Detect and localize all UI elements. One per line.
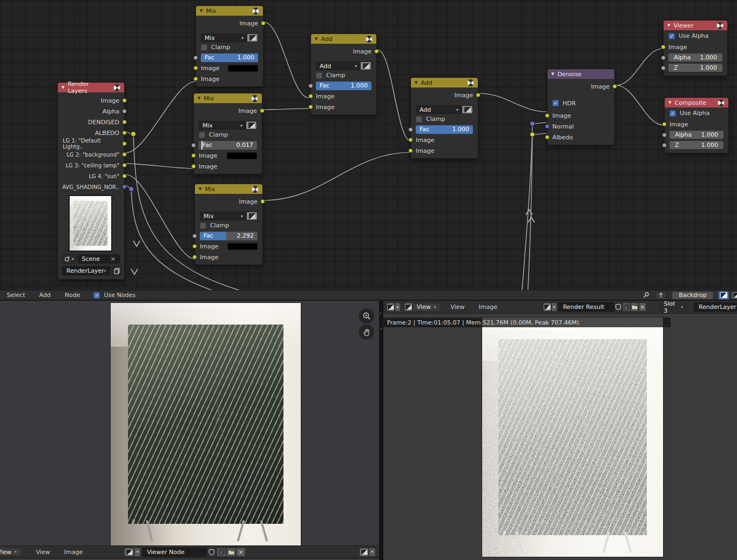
render-layer-dropdown[interactable]: RenderLayer ▾ <box>62 266 110 275</box>
open-image-folder-icon[interactable] <box>631 302 639 312</box>
fac-row[interactable]: Fac1.000 <box>411 124 478 134</box>
menu-add[interactable]: Add <box>32 292 57 299</box>
socket-image[interactable] <box>122 98 127 103</box>
open-image-folder-icon[interactable] <box>226 548 236 557</box>
socket-z-in[interactable] <box>662 143 667 147</box>
alpha-toggle-icon[interactable] <box>247 33 258 42</box>
alpha-row[interactable]: Alpha1.000 <box>665 130 728 140</box>
hdr-row[interactable]: ✓HDR <box>547 98 614 108</box>
socket-image-out[interactable] <box>260 109 265 113</box>
node-mix-1[interactable]: ▼Mix Image Mix▾ Clamp Fac1.000 Image Ima… <box>195 5 263 87</box>
node-editor-canvas[interactable]: ▼ Render Layers Image Alpha DENOISED ALB… <box>0 0 737 290</box>
socket-image2[interactable] <box>191 164 196 169</box>
socket-image-out[interactable] <box>476 93 481 98</box>
menu-image[interactable]: Image <box>57 549 90 556</box>
socket-image2[interactable] <box>193 77 198 82</box>
clamp-checkbox[interactable] <box>316 72 322 79</box>
scene-browse-button[interactable]: ▾ <box>62 254 76 264</box>
unlink-image-icon[interactable]: × <box>236 548 246 557</box>
socket-lg2[interactable] <box>122 152 127 157</box>
hdr-checkbox[interactable]: ✓ <box>552 100 559 106</box>
node-render-layers[interactable]: ▼ Render Layers Image Alpha DENOISED ALB… <box>57 82 125 280</box>
clipped-image-button[interactable] <box>731 291 737 300</box>
blend-mode-dropdown[interactable]: Add▾ <box>311 62 376 70</box>
image-name-field[interactable]: Render Result <box>558 302 614 312</box>
collapse-triangle-icon[interactable]: ▼ <box>62 86 64 90</box>
alpha-toggle-icon[interactable] <box>361 62 371 70</box>
menu-view[interactable]: View <box>29 549 57 556</box>
socket-fac[interactable] <box>191 143 196 147</box>
new-layer-button[interactable] <box>112 266 122 275</box>
socket-image1[interactable] <box>408 138 413 143</box>
color-swatch[interactable] <box>228 65 258 72</box>
blend-mode-dropdown[interactable]: Add▾ <box>411 105 478 114</box>
socket-image-out[interactable] <box>374 49 379 54</box>
socket-image1[interactable] <box>308 94 313 99</box>
socket-lg1[interactable] <box>122 141 127 146</box>
clear-scene-icon[interactable]: × <box>111 255 116 262</box>
socket-image-in[interactable] <box>661 45 666 50</box>
fac-row[interactable]: Fac1.000 <box>311 80 376 91</box>
node-header[interactable]: ▼Mix <box>196 6 263 16</box>
socket-image1[interactable] <box>191 153 196 158</box>
socket-image-in[interactable] <box>545 113 550 118</box>
blend-mode-dropdown[interactable]: Mix▾ <box>196 33 263 42</box>
left-image-editor[interactable] <box>0 301 379 560</box>
socket-alpha[interactable] <box>122 109 127 114</box>
socket-image-out[interactable] <box>260 199 265 204</box>
socket-image-out[interactable] <box>261 21 266 26</box>
use-alpha-row[interactable]: ✓Use Alpha <box>665 107 728 119</box>
backdrop-button[interactable]: Backdrop <box>672 291 714 300</box>
menu-image[interactable]: Image <box>471 303 504 311</box>
editor-type-chevron[interactable]: ▾ <box>395 302 401 312</box>
pin-icon[interactable] <box>643 292 650 299</box>
fac-row[interactable]: Fac2.292 <box>195 231 262 241</box>
node-add-1[interactable]: ▼Add Image Add▾ Clamp Fac1.000 Image Ima… <box>310 33 377 115</box>
parent-node-tree-button[interactable] <box>655 291 666 300</box>
menu-view[interactable]: View <box>443 303 471 311</box>
socket-fac[interactable] <box>193 55 198 60</box>
socket-alpha-in[interactable] <box>662 132 667 137</box>
color-swatch[interactable] <box>227 243 258 250</box>
socket-denoised[interactable] <box>122 120 127 125</box>
fac-row[interactable]: Fac0.017 <box>194 140 262 150</box>
collapse-left-icon[interactable]: ‹ <box>380 311 382 316</box>
use-nodes-checkbox[interactable]: ✓ <box>93 292 100 299</box>
socket-z-in[interactable] <box>661 65 666 70</box>
socket-image2[interactable] <box>308 105 313 110</box>
clamp-row[interactable]: Clamp <box>196 42 263 52</box>
right-image-editor[interactable]: ▾ View▾ View Image ▾ Render Result × Slo… <box>383 301 737 560</box>
socket-lg3[interactable] <box>122 163 127 168</box>
node-denoise[interactable]: ▼Denoise Image ✓HDR Image Normal Albedo <box>547 69 615 145</box>
blend-mode-dropdown[interactable]: Mix▾ <box>194 121 262 130</box>
socket-albedo[interactable] <box>122 131 127 136</box>
color-swatch[interactable] <box>227 152 257 159</box>
image-name-field[interactable]: Viewer Node <box>142 548 207 557</box>
node-composite[interactable]: ▼Composite ✓Use Alpha Image Alpha1.000 Z… <box>664 97 729 153</box>
render-layer-dropdown[interactable]: RenderLayer <box>694 302 737 312</box>
use-alpha-row[interactable]: ✓Use Alpha <box>664 30 727 42</box>
image-datablock-chevron[interactable]: ▾ <box>551 302 557 312</box>
image-datablock-icon[interactable] <box>124 548 134 557</box>
display-channels-icon[interactable] <box>359 548 369 557</box>
menu-select[interactable]: Select <box>0 292 32 299</box>
zoom-gizmo-button[interactable] <box>359 308 374 323</box>
socket-image2[interactable] <box>192 255 197 260</box>
node-viewer[interactable]: ▼Viewer ✓Use Alpha Image Alpha1.000 Z1.0… <box>663 20 728 76</box>
socket-image1[interactable] <box>193 66 198 71</box>
node-mix-2[interactable]: ▼Mix Image Mix▾ Clamp Fac0.017 Image Ima… <box>193 93 262 174</box>
socket-fac[interactable] <box>308 83 313 88</box>
editor-type-button[interactable] <box>387 302 395 312</box>
socket-image2[interactable] <box>408 149 413 153</box>
node-add-2[interactable]: ▼Add Image Add▾ Clamp Fac1.000 Image Ima… <box>410 77 478 159</box>
slot-dropdown[interactable]: Slot 3▾ <box>658 303 688 312</box>
image-datablock-chevron[interactable]: ▾ <box>134 548 141 557</box>
socket-albedo-in[interactable] <box>545 135 550 140</box>
menu-node[interactable]: Node <box>58 292 87 299</box>
mode-dropdown[interactable]: View▾ <box>413 303 441 312</box>
fake-user-shield-icon[interactable] <box>614 302 623 312</box>
duplicate-image-icon[interactable] <box>217 548 226 557</box>
expand-right-icon[interactable]: › <box>380 326 382 331</box>
display-channels-chevron[interactable]: ▾ <box>369 548 376 557</box>
duplicate-image-icon[interactable] <box>623 302 631 312</box>
